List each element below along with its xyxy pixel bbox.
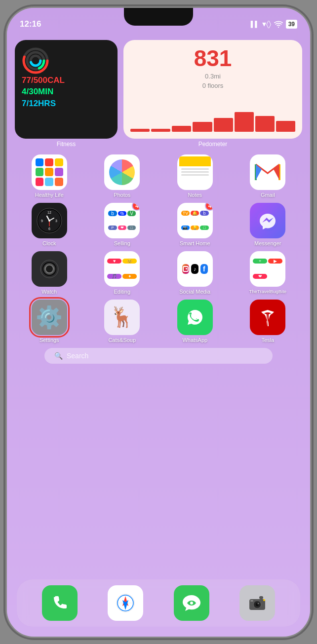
svg-point-0: [278, 26, 279, 27]
svg-text:12: 12: [47, 211, 51, 214]
app-editing[interactable]: ♥ 😊 🎵 ✦ Editing: [88, 251, 157, 295]
app-smart-home[interactable]: TV 🔔 b 📷 💡 □ 4 Smart Home: [160, 203, 230, 246]
app-whatsapp[interactable]: ✆ WhatsApp: [160, 300, 230, 343]
pedometer-label: Pedometer: [123, 141, 302, 148]
svg-point-44: [263, 599, 265, 601]
app-label-settings: Settings: [40, 337, 59, 343]
cats-soup-icon: 🦌: [110, 305, 134, 329]
svg-point-41: [258, 603, 259, 604]
fitness-minutes: 4/30MIN: [22, 86, 111, 98]
app-label-watch: Watch: [41, 289, 57, 295]
app-photos[interactable]: Photos: [88, 154, 157, 198]
pedometer-bars: [130, 112, 295, 132]
svg-rect-42: [259, 596, 263, 599]
fitness-label: Fitness: [15, 141, 118, 148]
svg-point-35: [190, 602, 193, 605]
app-label-social-media: Social Media: [179, 289, 210, 295]
app-travel-bug[interactable]: + ▶ ❤ TheTravelBugBite: [234, 251, 303, 295]
app-gmail[interactable]: Gmail: [234, 154, 303, 198]
app-label-gmail: Gmail: [261, 192, 275, 198]
signal-icon: ▌▌: [251, 21, 259, 28]
photos-wheel: [109, 159, 135, 185]
status-icons: ▌▌ ▾〈〉 39: [251, 19, 297, 29]
app-watch[interactable]: Watch: [15, 251, 84, 295]
svg-rect-43: [250, 600, 253, 602]
app-label-healthy-life: Healthy Life: [35, 192, 64, 198]
app-label-whatsapp: WhatsApp: [182, 337, 207, 343]
app-settings[interactable]: ⚙️ Settings: [15, 300, 84, 343]
app-row-4: ⚙️ Settings 🦌 Cats&Soup ✆: [15, 300, 302, 343]
app-cats-soup[interactable]: 🦌 Cats&Soup: [88, 300, 157, 343]
fitness-calories: 77/500CAL: [22, 75, 111, 86]
app-row-3: Watch ♥ 😊 🎵 ✦ Editing: [15, 251, 302, 295]
svg-text:6: 6: [48, 227, 50, 230]
whatsapp-icon: ✆: [184, 306, 206, 329]
status-time: 12:16: [20, 19, 41, 29]
tesla-icon: [258, 307, 277, 327]
search-icon: 🔍: [54, 352, 63, 360]
app-label-photos: Photos: [114, 192, 130, 198]
messages-icon: [181, 592, 202, 614]
battery-icon: 39: [286, 20, 297, 29]
app-label-tesla: Tesla: [261, 337, 274, 343]
watch-icon: [39, 258, 60, 280]
selling-badge: 4: [132, 203, 140, 211]
wifi-icon: ▾〈〉: [262, 19, 271, 29]
pedometer-steps: 831: [194, 47, 232, 70]
safari-icon: [115, 592, 136, 614]
svg-text:3: 3: [55, 219, 57, 223]
notch: [124, 8, 193, 26]
widgets-row: 77/500CAL 4/30MIN 7/12HRS Fitness 831 0.…: [15, 40, 302, 148]
app-label-clock: Clock: [42, 240, 56, 246]
pedometer-widget[interactable]: 831 0.3mi 0 floors: [123, 40, 302, 148]
clock-face: 12 3 6 9: [36, 207, 63, 234]
app-label-messenger: Messenger: [254, 240, 281, 246]
app-label-notes: Notes: [188, 192, 202, 198]
app-notes[interactable]: Notes: [160, 154, 230, 198]
dock-phone[interactable]: [42, 585, 78, 621]
settings-gear-icon: ⚙️: [36, 304, 63, 330]
app-selling[interactable]: b 🛍 V P ❤ □ 4 Selling: [88, 203, 157, 246]
app-label-travel-bug: TheTravelBugBite: [249, 289, 286, 294]
app-tesla[interactable]: Tesla: [234, 300, 303, 343]
content-area: 77/500CAL 4/30MIN 7/12HRS Fitness 831 0.…: [7, 35, 310, 637]
svg-text:✆: ✆: [191, 310, 200, 322]
gmail-icon: [255, 162, 280, 182]
messenger-logo: [257, 210, 278, 231]
search-bar[interactable]: 🔍 Search: [44, 348, 273, 364]
svg-rect-26: [49, 592, 71, 614]
app-row-1: Healthy Life Photos Not: [15, 154, 302, 198]
app-label-editing: Editing: [114, 289, 130, 295]
phone-frame: 12:16 ▌▌ ▾〈〉 39: [5, 6, 312, 638]
wifi-icon: [274, 21, 283, 28]
pedometer-distance: 0.3mi 0 floors: [202, 72, 224, 91]
app-clock[interactable]: 12 3 6 9 Clock: [15, 203, 84, 246]
app-healthy-life[interactable]: Healthy Life: [15, 154, 84, 198]
app-social-media[interactable]: ♪ f Social Media: [160, 251, 230, 295]
app-label-selling: Selling: [114, 240, 130, 246]
phone-icon: [49, 592, 71, 614]
fitness-rings: [22, 47, 49, 75]
app-label-smart-home: Smart Home: [180, 240, 210, 246]
app-label-cats-soup: Cats&Soup: [108, 337, 136, 343]
dock: [17, 579, 300, 627]
dock-camera[interactable]: [239, 585, 275, 621]
app-messenger[interactable]: Messenger: [234, 203, 303, 246]
smart-home-badge: 4: [205, 203, 213, 211]
fitness-widget[interactable]: 77/500CAL 4/30MIN 7/12HRS Fitness: [15, 40, 118, 148]
svg-point-17: [48, 220, 50, 222]
search-placeholder: Search: [67, 352, 88, 360]
dock-safari[interactable]: [108, 585, 143, 621]
dock-messages[interactable]: [174, 585, 209, 621]
app-row-2: 12 3 6 9 Clock: [15, 203, 302, 246]
fitness-hours: 7/12HRS: [22, 98, 111, 110]
camera-icon: [246, 592, 268, 614]
svg-text:9: 9: [41, 219, 43, 223]
